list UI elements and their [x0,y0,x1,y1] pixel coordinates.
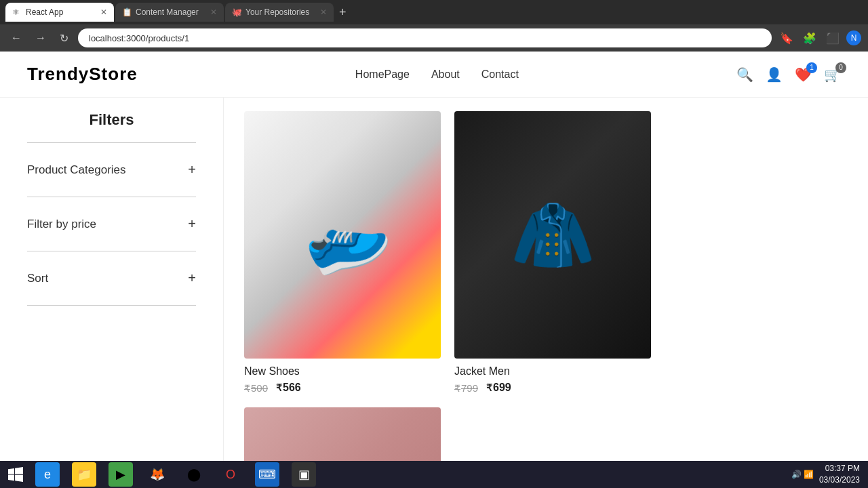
divider-price [27,251,196,251]
taskbar-clock: 03:37 PM 03/03/2023 [819,463,860,486]
header: TrendyStore HomePage About Contact 🔍 👤 ❤… [0,52,868,98]
nav-homepage[interactable]: HomePage [355,68,410,81]
product-prices-jacket: ₹799 ₹699 [454,382,651,394]
original-price-shoes: ₹500 [244,382,268,394]
terminal-icon: ▣ [292,462,316,487]
taskbar-right: 🔊 📶 03:37 PM 03/03/2023 [791,463,865,486]
forward-button[interactable]: → [31,29,50,47]
cart-button[interactable]: 🛒 0 [824,66,841,83]
vscode-icon: ⌨ [255,462,279,487]
cart-badge: 0 [835,62,846,73]
chrome-icon: ⬤ [182,462,206,487]
browser-tab-2[interactable]: 📋 Content Manager ✕ [115,3,224,22]
filter-price-expand[interactable]: + [188,216,196,232]
taskbar-ie[interactable]: e [30,460,65,488]
tab1-label: React App [26,7,63,17]
search-button[interactable]: 🔍 [736,66,753,83]
taskbar-date-display: 03/03/2023 [819,474,860,486]
media-icon: ▶ [108,462,133,487]
nav-contact[interactable]: Contact [481,68,519,81]
extensions-button[interactable]: 🧩 [800,29,819,47]
divider-sort [27,305,196,306]
filter-section-categories[interactable]: Product Categories + [27,150,196,190]
logo: TrendyStore [27,64,138,85]
discounted-price-jacket: ₹699 [486,382,511,394]
back-button[interactable]: ← [7,29,26,47]
main-layout: Filters Product Categories + Filter by p… [0,98,868,488]
wishlist-button[interactable]: ❤️ 1 [795,66,812,83]
bookmark-button[interactable]: 🔖 [777,29,796,47]
filter-categories-expand[interactable]: + [188,162,196,178]
product-prices-shoes: ₹500 ₹566 [244,382,441,394]
browser-actions: 🔖 🧩 ⬛ N [777,29,861,47]
opera-icon: O [218,462,243,487]
taskbar-app8[interactable]: ▣ [286,460,321,488]
firefox-icon: 🦊 [145,462,170,487]
taskbar: e 📁 ▶ 🦊 ⬤ O ⌨ ▣ 🔊 📶 03:37 PM 03/03/2023 [0,461,868,488]
filters-title: Filters [27,111,196,129]
tab2-close[interactable]: ✕ [210,7,217,17]
profile-avatar[interactable]: N [846,30,861,45]
filter-price-label: Filter by price [27,218,96,231]
app-content: TrendyStore HomePage About Contact 🔍 👤 ❤… [0,52,868,488]
new-tab-button[interactable]: + [335,5,351,20]
tab1-close[interactable]: ✕ [100,7,107,17]
nav-links: HomePage About Contact [355,68,519,81]
filter-categories-label: Product Categories [27,163,126,177]
address-bar: ← → ↻ 🔖 🧩 ⬛ N [0,24,868,52]
taskbar-system-tray: 🔊 📶 [791,470,814,479]
explorer-icon: 📁 [72,462,96,487]
tab2-favicon: 📋 [122,7,132,17]
products-grid: New Shoes ₹500 ₹566 Jacket Men [244,111,848,488]
taskbar-left: e 📁 ▶ 🦊 ⬤ O ⌨ ▣ [3,460,321,488]
browser-tab-active[interactable]: ⚛ React App ✕ [5,3,114,22]
products-area: New Shoes ₹500 ₹566 Jacket Men [224,98,868,488]
browser-tab-3[interactable]: 🐙 Your Repositories ✕ [225,3,334,22]
divider-categories [27,197,196,197]
wishlist-badge: 1 [806,62,817,73]
windows-logo-icon [8,467,23,482]
tab2-label: Content Manager [136,7,199,17]
filter-section-sort[interactable]: Sort + [27,258,196,298]
product-name-jacket: Jacket Men [454,365,651,378]
product-image-jacket [454,111,651,359]
sidebar: Filters Product Categories + Filter by p… [0,98,224,488]
tab3-favicon: 🐙 [232,7,241,17]
original-price-jacket: ₹799 [454,382,478,394]
user-button[interactable]: 👤 [766,66,783,83]
taskbar-vscode[interactable]: ⌨ [250,460,285,488]
taskbar-chrome[interactable]: ⬤ [176,460,212,488]
tab3-close[interactable]: ✕ [320,7,327,17]
taskbar-explorer[interactable]: 📁 [66,460,102,488]
tab1-favicon: ⚛ [12,7,22,17]
product-name-shoes: New Shoes [244,365,441,378]
divider-top [27,142,196,143]
taskbar-opera[interactable]: O [213,460,248,488]
header-icons: 🔍 👤 ❤️ 1 🛒 0 [736,66,841,83]
taskbar-time-display: 03:37 PM [819,463,860,474]
url-input[interactable] [78,28,772,47]
ie-icon: e [35,462,60,487]
taskbar-firefox[interactable]: 🦊 [140,460,175,488]
product-image-shoes [244,111,441,359]
taskbar-media[interactable]: ▶ [103,460,138,488]
refresh-button[interactable]: ↻ [56,29,73,47]
browser-tabs-bar: ⚛ React App ✕ 📋 Content Manager ✕ 🐙 Your… [0,0,868,24]
filter-sort-label: Sort [27,272,48,285]
start-button[interactable] [3,464,28,485]
discounted-price-shoes: ₹566 [276,382,301,394]
filter-section-price[interactable]: Filter by price + [27,204,196,244]
product-card-shoes[interactable]: New Shoes ₹500 ₹566 [244,111,441,394]
product-card-jacket[interactable]: Jacket Men ₹799 ₹699 [454,111,651,394]
filter-sort-expand[interactable]: + [188,270,196,286]
nav-about[interactable]: About [431,68,460,81]
browser-chrome: ⚛ React App ✕ 📋 Content Manager ✕ 🐙 Your… [0,0,868,52]
layout-button[interactable]: ⬛ [823,29,842,47]
tab3-label: Your Repositories [245,7,309,17]
